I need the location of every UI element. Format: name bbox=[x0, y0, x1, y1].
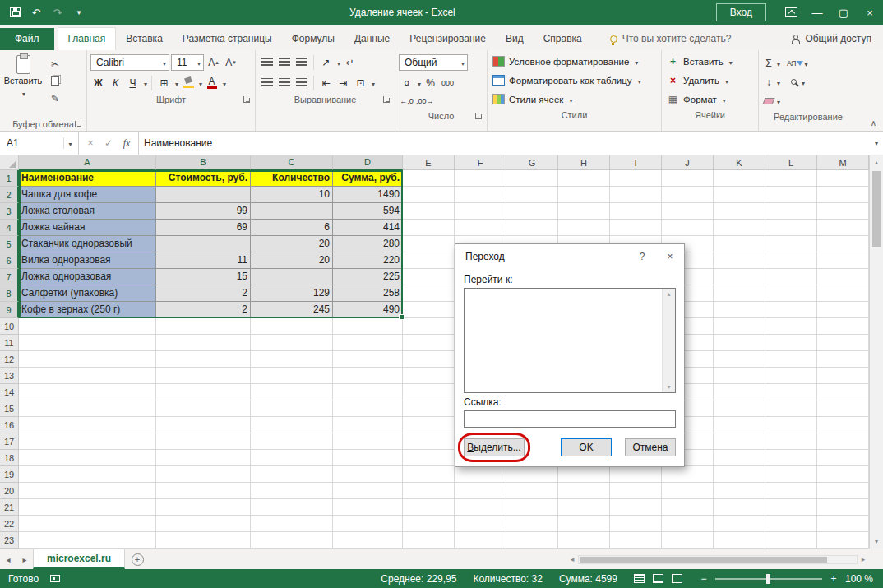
select-all-button[interactable] bbox=[0, 155, 19, 170]
cell-M22[interactable] bbox=[817, 516, 869, 532]
cell-M7[interactable] bbox=[817, 269, 869, 285]
cell-D23[interactable] bbox=[333, 532, 403, 549]
cell-C10[interactable] bbox=[251, 318, 333, 335]
cell-J22[interactable] bbox=[662, 516, 714, 532]
normal-view-icon[interactable] bbox=[634, 574, 645, 583]
cell-G21[interactable] bbox=[506, 499, 558, 516]
cell-D5[interactable]: 280 bbox=[333, 236, 403, 252]
cell-B22[interactable] bbox=[156, 516, 251, 532]
goto-listbox[interactable]: ▴ ▾ bbox=[464, 288, 676, 393]
cell-K18[interactable] bbox=[714, 450, 765, 466]
cell-H1[interactable] bbox=[558, 170, 610, 187]
cell-B5[interactable] bbox=[156, 236, 251, 252]
cell-I23[interactable] bbox=[610, 532, 662, 549]
dialog-close-icon[interactable]: × bbox=[656, 244, 684, 269]
cell-A4[interactable]: Ложка чайная bbox=[19, 220, 156, 236]
tab-help[interactable]: Справка bbox=[534, 28, 592, 50]
cell-B23[interactable] bbox=[156, 532, 251, 549]
currency-format-button[interactable]: ¤ bbox=[399, 75, 414, 91]
cell-B2[interactable] bbox=[156, 187, 251, 203]
cell-B9[interactable]: 2 bbox=[156, 302, 251, 318]
cell-M4[interactable] bbox=[817, 220, 869, 236]
cell-E23[interactable] bbox=[403, 532, 455, 549]
cell-L8[interactable] bbox=[765, 285, 817, 302]
dialog-help-icon[interactable]: ? bbox=[628, 244, 656, 269]
cell-K8[interactable] bbox=[714, 285, 765, 302]
sheet-nav-right-icon[interactable]: ▸ bbox=[16, 549, 33, 569]
cell-C5[interactable]: 20 bbox=[251, 236, 333, 252]
cell-B15[interactable] bbox=[156, 400, 251, 417]
row-header-19[interactable]: 19 bbox=[0, 466, 19, 483]
cell-J3[interactable] bbox=[662, 203, 714, 220]
horizontal-scrollbar[interactable]: ◂ ▸ bbox=[566, 549, 869, 569]
percent-format-button[interactable]: % bbox=[423, 75, 438, 91]
cell-F1[interactable] bbox=[455, 170, 506, 187]
cell-M10[interactable] bbox=[817, 318, 869, 335]
cell-A3[interactable]: Ложка столовая bbox=[19, 203, 156, 220]
scroll-right-icon[interactable]: ▸ bbox=[858, 555, 869, 563]
font-color-button[interactable]: А bbox=[204, 75, 220, 91]
cell-H21[interactable] bbox=[558, 499, 610, 516]
cell-A7[interactable]: Ложка одноразовая bbox=[19, 269, 156, 285]
save-button[interactable] bbox=[5, 2, 25, 22]
cell-I4[interactable] bbox=[610, 220, 662, 236]
align-middle-button[interactable] bbox=[276, 54, 292, 71]
align-center-button[interactable] bbox=[276, 75, 292, 91]
fill-button[interactable]: ↓ bbox=[762, 73, 780, 90]
cell-L2[interactable] bbox=[765, 187, 817, 203]
sort-filter-button[interactable]: АЯ bbox=[787, 54, 808, 72]
cell-B17[interactable] bbox=[156, 433, 251, 450]
cell-H3[interactable] bbox=[558, 203, 610, 220]
cell-D2[interactable]: 1490 bbox=[333, 187, 403, 203]
cell-styles-button[interactable]: Стили ячеек bbox=[491, 90, 658, 108]
cell-K20[interactable] bbox=[714, 483, 765, 499]
wrap-text-button[interactable]: ↵ bbox=[342, 54, 358, 71]
tab-insert[interactable]: Вставка bbox=[116, 28, 173, 50]
align-left-button[interactable] bbox=[259, 75, 275, 91]
maximize-button[interactable]: ▢ bbox=[830, 0, 857, 25]
cell-J23[interactable] bbox=[662, 532, 714, 549]
cell-E22[interactable] bbox=[403, 516, 455, 532]
cell-I20[interactable] bbox=[610, 483, 662, 499]
borders-button[interactable]: ⊞ bbox=[156, 75, 172, 91]
cell-I2[interactable] bbox=[610, 187, 662, 203]
cell-K17[interactable] bbox=[714, 433, 765, 450]
underline-button[interactable]: Ч bbox=[125, 75, 141, 91]
macro-record-icon[interactable] bbox=[50, 575, 60, 582]
comma-format-button[interactable]: 000 bbox=[440, 75, 455, 91]
autosum-button[interactable]: Σ bbox=[762, 54, 780, 72]
cell-D6[interactable]: 220 bbox=[333, 252, 403, 269]
cell-C19[interactable] bbox=[251, 466, 333, 483]
cell-E4[interactable] bbox=[403, 220, 455, 236]
cell-A15[interactable] bbox=[19, 400, 156, 417]
row-header-23[interactable]: 23 bbox=[0, 532, 19, 549]
cell-G20[interactable] bbox=[506, 483, 558, 499]
status-count[interactable]: Количество: 32 bbox=[473, 573, 542, 585]
cell-E19[interactable] bbox=[403, 466, 455, 483]
cell-L19[interactable] bbox=[765, 466, 817, 483]
increase-font-button[interactable]: А▴ bbox=[206, 54, 221, 71]
cell-E14[interactable] bbox=[403, 384, 455, 400]
cell-K4[interactable] bbox=[714, 220, 765, 236]
cell-C8[interactable]: 129 bbox=[251, 285, 333, 302]
cell-D21[interactable] bbox=[333, 499, 403, 516]
cell-I21[interactable] bbox=[610, 499, 662, 516]
cell-M14[interactable] bbox=[817, 384, 869, 400]
cell-K6[interactable] bbox=[714, 252, 765, 269]
zoom-slider[interactable] bbox=[715, 578, 822, 580]
align-top-button[interactable] bbox=[259, 54, 275, 71]
vertical-scrollbar[interactable]: ▴ ▾ bbox=[869, 155, 883, 549]
row-header-8[interactable]: 8 bbox=[0, 285, 19, 302]
cell-A23[interactable] bbox=[19, 532, 156, 549]
column-header-D[interactable]: D bbox=[333, 155, 403, 170]
copy-button[interactable] bbox=[46, 73, 64, 89]
tab-review[interactable]: Рецензирование bbox=[400, 28, 496, 50]
cell-A9[interactable]: Кофе в зернах (250 г) bbox=[19, 302, 156, 318]
align-bottom-button[interactable] bbox=[294, 54, 309, 71]
cell-C11[interactable] bbox=[251, 335, 333, 351]
cell-A13[interactable] bbox=[19, 368, 156, 384]
cell-D19[interactable] bbox=[333, 466, 403, 483]
cell-D8[interactable]: 258 bbox=[333, 285, 403, 302]
decrease-indent-button[interactable]: ⇤ bbox=[318, 75, 334, 91]
cell-K1[interactable] bbox=[714, 170, 765, 187]
